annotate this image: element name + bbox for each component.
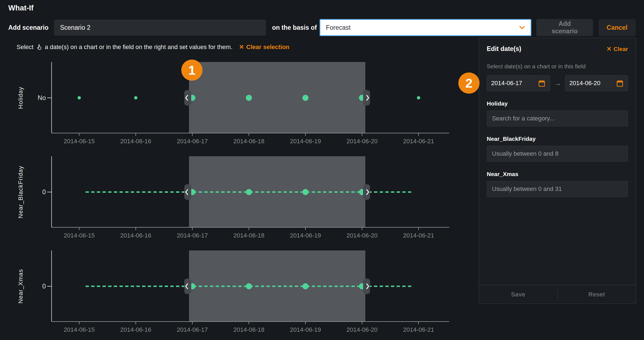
add-scenario-row: Add scenario on the basis of Forecast Ad…	[8, 19, 636, 36]
selection-region[interactable]	[189, 250, 365, 322]
y-tick-label: 0	[42, 188, 46, 196]
field-label-near-xmas: Near_Xmas	[487, 171, 628, 177]
add-scenario-label: Add scenario	[8, 24, 49, 31]
x-tick-label: 2014-06-15	[64, 138, 95, 145]
near-blackfriday-value-input[interactable]	[487, 146, 628, 162]
close-icon: ✕	[239, 44, 244, 51]
x-tick-label: 2014-06-20	[347, 138, 378, 145]
arrow-right-icon: →	[554, 79, 561, 88]
clear-selection-button[interactable]: ✕ Clear selection	[239, 44, 289, 51]
date-range-row: 2014-06-17 → 2014-06-20	[487, 75, 628, 91]
annotation-step-2: 2	[458, 72, 480, 94]
basis-select[interactable]: Forecast	[320, 19, 531, 36]
instruction-after: a date(s) on a chart or in the field on …	[45, 44, 232, 51]
data-point[interactable]	[302, 189, 308, 195]
instruction-before: Select	[17, 44, 33, 51]
y-axis-label: Near_Xmas	[17, 269, 24, 303]
panel-title: Edit date(s)	[487, 45, 521, 53]
y-axis-label: Holiday	[17, 87, 24, 109]
charts-column: 2014-06-152014-06-162014-06-172014-06-18…	[0, 52, 459, 335]
chart-holiday: 2014-06-152014-06-162014-06-172014-06-18…	[0, 52, 459, 147]
data-point[interactable]	[246, 283, 252, 289]
close-icon: ✕	[606, 45, 611, 53]
data-point[interactable]	[246, 189, 252, 195]
x-tick-label: 2014-06-17	[177, 232, 208, 239]
y-tick-label: No	[38, 94, 46, 101]
hand-pointer-icon	[36, 44, 42, 51]
data-point[interactable]	[302, 95, 308, 101]
page-title: What-If	[8, 4, 636, 12]
x-tick-label: 2014-06-16	[120, 326, 151, 333]
x-tick-label: 2014-06-20	[347, 326, 378, 333]
x-tick-label: 2014-06-18	[233, 326, 265, 333]
annotation-step-1: 1	[181, 60, 203, 81]
x-tick-label: 2014-06-19	[290, 326, 321, 333]
calendar-icon[interactable]	[538, 80, 545, 87]
x-tick-label: 2014-06-21	[403, 232, 434, 239]
x-tick-label: 2014-06-21	[403, 138, 434, 145]
calendar-icon[interactable]	[616, 80, 624, 87]
data-point[interactable]	[246, 95, 252, 101]
holiday-value-input[interactable]	[487, 110, 628, 126]
date-to-input[interactable]: 2014-06-20	[565, 75, 628, 91]
chevron-down-icon	[519, 26, 525, 29]
y-tick-label: 0	[42, 283, 46, 290]
near-xmas-value-input[interactable]	[487, 181, 628, 197]
date-from-input[interactable]: 2014-06-17	[487, 75, 550, 91]
data-point[interactable]	[78, 96, 81, 99]
x-tick-label: 2014-06-21	[403, 326, 434, 333]
add-scenario-button[interactable]: Add scenario	[536, 19, 593, 36]
selection-region[interactable]	[189, 62, 365, 133]
y-axis-label: Near_BlackFriday	[17, 166, 24, 218]
x-tick-label: 2014-06-15	[64, 232, 95, 239]
x-tick-label: 2014-06-18	[233, 138, 265, 145]
chart-near-xmas: 2014-06-152014-06-162014-06-172014-06-18…	[0, 241, 459, 335]
reset-button[interactable]: Reset	[558, 285, 636, 304]
panel-clear-button[interactable]: ✕ Clear	[606, 45, 628, 53]
x-tick-label: 2014-06-20	[347, 232, 378, 239]
selection-region[interactable]	[189, 156, 365, 227]
panel-hint: Select date(s) on a chart or in this fie…	[487, 63, 628, 70]
x-tick-label: 2014-06-15	[64, 326, 95, 333]
x-tick-label: 2014-06-19	[290, 138, 321, 145]
data-point[interactable]	[134, 96, 137, 99]
basis-label: on the basis of	[272, 24, 317, 31]
field-label-near-blackfriday: Near_BlackFriday	[487, 136, 628, 142]
chart-near-blackfriday: 2014-06-152014-06-162014-06-172014-06-18…	[0, 147, 459, 241]
x-tick-label: 2014-06-17	[177, 138, 208, 145]
field-label-holiday: Holiday	[487, 100, 628, 107]
x-tick-label: 2014-06-18	[233, 232, 265, 239]
edit-dates-panel: Edit date(s) ✕ Clear Select date(s) on a…	[479, 38, 636, 304]
data-point[interactable]	[417, 96, 420, 99]
basis-selected-value: Forecast	[326, 24, 350, 31]
x-tick-label: 2014-06-16	[120, 232, 151, 239]
x-tick-label: 2014-06-16	[120, 138, 151, 145]
x-tick-label: 2014-06-17	[177, 326, 208, 333]
save-button[interactable]: Save	[479, 285, 557, 304]
data-point[interactable]	[302, 283, 308, 289]
cancel-button[interactable]: Cancel	[598, 19, 636, 36]
scenario-name-input[interactable]	[54, 20, 266, 36]
x-tick-label: 2014-06-19	[290, 232, 321, 239]
panel-footer: Save Reset	[479, 285, 636, 304]
